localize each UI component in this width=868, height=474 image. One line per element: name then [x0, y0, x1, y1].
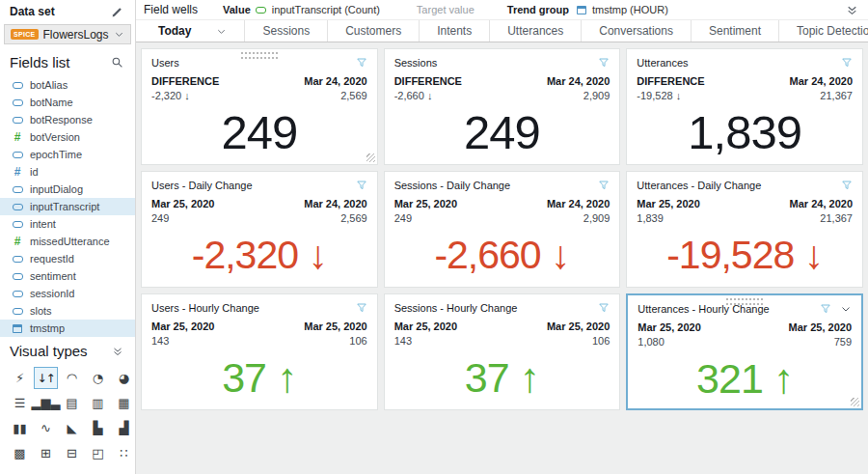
field-item-intent[interactable]: intent — [0, 215, 135, 233]
comparison-left-value: 143 — [394, 334, 457, 349]
filter-icon[interactable] — [356, 57, 367, 69]
resize-handle[interactable] — [366, 153, 375, 162]
visual-type-vertical-100-stacked-bar-chart-icon[interactable]: ▮▮ — [8, 417, 32, 439]
filter-icon[interactable] — [356, 302, 367, 314]
drag-handle[interactable] — [241, 52, 278, 59]
search-icon[interactable] — [111, 56, 123, 69]
tab-customers[interactable]: Customers — [327, 20, 419, 42]
collapse-double-chevron-icon[interactable] — [112, 346, 123, 357]
tab-conversations[interactable]: Conversations — [581, 20, 691, 42]
trend-group-field-well[interactable]: Trend group tmstmp (HOUR) — [507, 4, 668, 15]
visual-type-vertical-stacked-bar-chart-icon[interactable]: ▥ — [86, 392, 110, 414]
kpi-card-users-hourly-change[interactable]: Users - Hourly Change Mar 25, 2020 143 M… — [141, 293, 378, 410]
edit-dataset-pencil-icon[interactable] — [111, 6, 123, 18]
visual-type-insights-icon[interactable]: Ϙ — [34, 467, 58, 474]
filter-icon[interactable] — [598, 302, 610, 314]
field-item-requestId[interactable]: requestId — [0, 250, 135, 267]
visual-type-glyph: ▩ — [14, 447, 25, 460]
field-item-missedUtterance[interactable]: # missedUtterance — [0, 233, 135, 250]
tab-sessions[interactable]: Sessions — [244, 20, 327, 42]
field-item-botName[interactable]: botName — [0, 94, 135, 111]
field-item-botVersion[interactable]: # botVersion — [0, 128, 135, 146]
field-item-sentiment[interactable]: sentiment — [0, 267, 135, 285]
visual-type-kpi-icon[interactable]: ↓↑ — [34, 367, 58, 389]
tab-label: Utterances — [507, 24, 563, 38]
visual-type-combo-stacked-bar-line-chart-icon[interactable]: ▟ — [112, 417, 136, 439]
field-label: sessionId — [30, 288, 74, 299]
visual-type-heat-map-icon[interactable]: ▩ — [8, 442, 32, 464]
visual-type-geospatial-map-icon[interactable]: ⊕ — [8, 467, 32, 474]
field-item-id[interactable]: # id — [0, 163, 135, 181]
visual-type-horizontal-stacked-bar-chart-icon[interactable]: ▤ — [60, 392, 84, 414]
comparison-right-label: Mar 25, 2020 — [304, 320, 366, 334]
visual-type-glyph: ◔ — [93, 372, 103, 384]
drag-handle[interactable] — [726, 298, 763, 305]
expand-double-chevron-icon[interactable] — [846, 4, 858, 16]
chevron-down-icon[interactable] — [216, 26, 227, 37]
visual-type-vertical-bar-chart-icon[interactable]: ▂▆▃ — [34, 392, 58, 414]
visual-type-horizontal-bar-chart-icon[interactable]: ☰ — [8, 392, 32, 414]
tab-utterances[interactable]: Utterances — [489, 20, 581, 42]
target-value-well[interactable]: Target value — [417, 4, 475, 15]
field-item-botResponse[interactable]: botResponse — [0, 111, 135, 128]
resize-handle[interactable] — [851, 398, 859, 406]
visual-type-glyph: ▦ — [118, 397, 129, 409]
field-item-inputTranscript[interactable]: inputTranscript — [0, 198, 135, 215]
filter-icon[interactable] — [356, 180, 367, 191]
kpi-card-users-daily-change[interactable]: Users - Daily Change Mar 25, 2020 249 Ma… — [141, 171, 378, 288]
visual-type-scatter-plot-icon[interactable]: ∷ — [112, 442, 136, 464]
comparison-right-value: 21,367 — [790, 89, 853, 103]
kpi-card-sessions-hourly-change[interactable]: Sessions - Hourly Change Mar 25, 2020 14… — [384, 293, 621, 410]
visual-type-word-cloud-icon[interactable]: ☁ — [60, 467, 84, 474]
trend-group-label: Trend group — [507, 4, 569, 15]
filter-icon[interactable] — [820, 303, 831, 315]
kpi-card-users[interactable]: Users DIFFERENCE -2,320 ↓ Mar 24, 2020 2… — [141, 48, 378, 165]
chevron-down-icon — [114, 29, 124, 40]
kpi-card-sessions-daily-change[interactable]: Sessions - Daily Change Mar 25, 2020 249… — [384, 171, 621, 288]
tab-today[interactable]: Today — [141, 20, 244, 42]
kpi-card-utterances[interactable]: Utterances DIFFERENCE -19,528 ↓ Mar 24, … — [626, 48, 863, 165]
field-item-epochTime[interactable]: epochTime — [0, 146, 135, 163]
visual-type-gauge-icon[interactable]: ◠ — [60, 367, 84, 389]
sheet-tab-bar: Today Sessions Customers Intents Utteran… — [136, 20, 868, 42]
comparison-left-label: Mar 25, 2020 — [151, 197, 214, 211]
visual-type-auto-graph-icon[interactable]: ⚡ — [8, 367, 32, 389]
kpi-primary-value: 37 ↑ — [151, 357, 367, 399]
dataset-dropdown[interactable]: SPICE FlowersLogs — [4, 24, 131, 44]
visual-type-donut-chart-icon[interactable]: ◔ — [86, 367, 110, 389]
filter-icon[interactable] — [841, 180, 853, 191]
kpi-primary-value: -2,660 ↓ — [394, 236, 610, 275]
string-field-icon — [12, 82, 23, 89]
tab-sentiment[interactable]: Sentiment — [691, 20, 778, 42]
filter-icon[interactable] — [598, 180, 610, 191]
visual-type-pie-chart-icon[interactable]: ◕ — [112, 367, 136, 389]
field-item-sessionId[interactable]: sessionId — [0, 285, 135, 302]
visual-type-line-chart-icon[interactable]: ∿ — [34, 417, 58, 439]
tab-intents[interactable]: Intents — [419, 20, 489, 42]
comparison-left-value: -2,320 ↓ — [151, 89, 219, 103]
tab-label: Today — [158, 24, 191, 38]
value-field-well[interactable]: Value inputTranscript (Count) — [223, 4, 380, 15]
field-label: inputTranscript — [30, 201, 99, 212]
visual-type-horizontal-100-stacked-bar-chart-icon[interactable]: ▦ — [112, 392, 136, 414]
visual-type-area-line-chart-icon[interactable]: ◣ — [60, 417, 84, 439]
visual-type-combo-bar-line-chart-icon[interactable]: ▙ — [86, 417, 110, 439]
kpi-card-sessions[interactable]: Sessions DIFFERENCE -2,660 ↓ Mar 24, 202… — [384, 48, 621, 165]
chevron-down-icon[interactable] — [840, 303, 852, 315]
visual-type-table-icon[interactable]: ⊟ — [60, 442, 84, 464]
filter-icon[interactable] — [598, 57, 610, 69]
comparison-left-value: 249 — [394, 211, 457, 226]
tab-topic-detection[interactable]: Topic Detection — [778, 20, 868, 42]
kpi-card-utterances-daily-change[interactable]: Utterances - Daily Change Mar 25, 2020 1… — [626, 171, 863, 288]
field-item-botAlias[interactable]: botAlias — [0, 76, 135, 94]
filter-icon[interactable] — [841, 57, 853, 69]
field-wells-title: Field wells — [144, 3, 198, 16]
tab-label: Topic Detection — [797, 24, 868, 38]
visual-type-glyph: ▮▮ — [13, 422, 26, 434]
kpi-card-utterances-hourly-change[interactable]: Utterances - Hourly Change Mar 25, 2020 … — [626, 293, 863, 410]
visual-type-pivot-table-icon[interactable]: ⊞ — [34, 442, 58, 464]
visual-type-tree-map-icon[interactable]: ◰ — [86, 442, 110, 464]
field-item-tmstmp[interactable]: tmstmp — [0, 320, 135, 337]
field-item-inputDialog[interactable]: inputDialog — [0, 181, 135, 198]
field-item-slots[interactable]: slots — [0, 302, 135, 320]
